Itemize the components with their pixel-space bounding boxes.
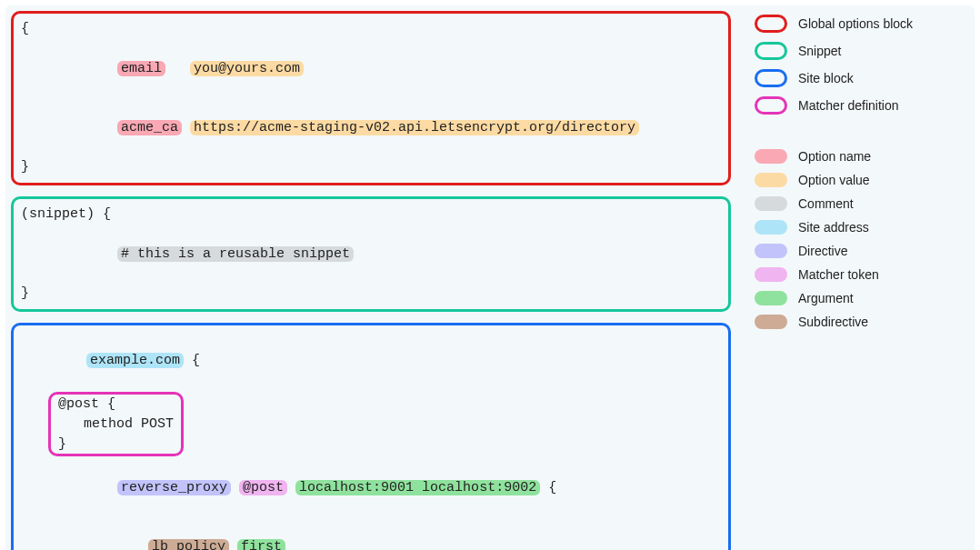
legend-row-site-address: Site address [755, 220, 969, 235]
legend-row-matcher-token: Matcher token [755, 267, 969, 282]
legend-label: Matcher token [798, 267, 879, 282]
site-block-1: example.com { @post { method POST } reve… [11, 323, 731, 550]
matcher-definition-wrap: @post { method POST } [21, 390, 721, 458]
legend-pill-teal-icon [755, 42, 787, 60]
global-options-block: { email you@yours.com acme_ca https://ac… [11, 11, 731, 185]
legend-label: Matcher definition [798, 98, 899, 113]
matcher-def-header: @post { [58, 395, 174, 415]
global-option-line-1: email you@yours.com [21, 39, 721, 98]
legend-row-site: Site block [755, 69, 969, 87]
legend-label: Site address [798, 220, 869, 235]
matcher-definition: @post { method POST } [48, 392, 184, 456]
legend-swatch-subdirective-icon [755, 315, 787, 329]
legend-row-matcher: Matcher definition [755, 96, 969, 115]
legend-pill-blue-icon [755, 69, 787, 87]
legend-column: Global options block Snippet Site block … [755, 11, 969, 550]
legend-row-snippet: Snippet [755, 42, 969, 60]
legend-swatch-matcher-icon [755, 267, 787, 282]
brace-close: } [21, 284, 721, 304]
legend-swatch-comment-icon [755, 196, 787, 211]
code-column: { email you@yours.com acme_ca https://ac… [11, 11, 731, 550]
legend-swatch-site-address-icon [755, 220, 787, 235]
brace-open: { [21, 19, 721, 39]
legend-row-option-name: Option name [755, 149, 969, 164]
site-header: example.com { [21, 331, 721, 390]
legend-block-types: Global options block Snippet Site block … [755, 15, 969, 115]
legend-pill-magenta-icon [755, 96, 787, 115]
legend-label: Site block [798, 71, 854, 85]
legend-token-types: Option name Option value Comment Site ad… [755, 149, 969, 329]
legend-label: Subdirective [798, 315, 868, 329]
subdirective-line: lb_policy first [21, 518, 721, 551]
reverse-proxy-line: reverse_proxy @post localhost:9001 local… [21, 458, 721, 517]
legend-label: Global options block [798, 16, 913, 31]
legend-row-global: Global options block [755, 15, 969, 33]
option-name: email [117, 61, 165, 76]
subdirective: lb_policy [148, 539, 229, 550]
legend-pill-red-icon [755, 15, 787, 33]
option-name: acme_ca [117, 120, 182, 135]
legend-swatch-option-name-icon [755, 149, 787, 164]
legend-label: Directive [798, 244, 847, 258]
legend-label: Option value [798, 173, 870, 187]
legend-label: Snippet [798, 44, 841, 58]
diagram-canvas: { email you@yours.com acme_ca https://ac… [5, 5, 975, 550]
snippet-block: (snippet) { # this is a reusable snippet… [11, 196, 731, 312]
site-address: example.com [86, 353, 184, 368]
snippet-comment-line: # this is a reusable snippet [21, 225, 721, 284]
matcher-def-close: } [58, 435, 174, 455]
option-value: https://acme-staging-v02.api.letsencrypt… [190, 120, 639, 135]
argument: localhost:9001 localhost:9002 [295, 480, 540, 495]
legend-row-directive: Directive [755, 244, 969, 258]
legend-swatch-argument-icon [755, 291, 787, 305]
legend-row-argument: Argument [755, 291, 969, 305]
comment: # this is a reusable snippet [117, 246, 354, 262]
legend-swatch-directive-icon [755, 244, 787, 258]
legend-row-option-value: Option value [755, 173, 969, 187]
brace-close: } [21, 157, 721, 177]
legend-label: Comment [798, 196, 854, 211]
legend-swatch-option-value-icon [755, 173, 787, 187]
legend-row-comment: Comment [755, 196, 969, 211]
legend-label: Option name [798, 149, 871, 164]
argument: first [237, 539, 285, 550]
directive: reverse_proxy [117, 480, 231, 495]
option-value: you@yours.com [190, 61, 304, 76]
legend-label: Argument [798, 291, 854, 305]
legend-row-subdirective: Subdirective [755, 315, 969, 329]
matcher-def-body: method POST [58, 415, 174, 435]
matcher-token: @post [239, 480, 287, 495]
global-option-line-2: acme_ca https://acme-staging-v02.api.let… [21, 98, 721, 157]
snippet-header: (snippet) { [21, 205, 721, 225]
